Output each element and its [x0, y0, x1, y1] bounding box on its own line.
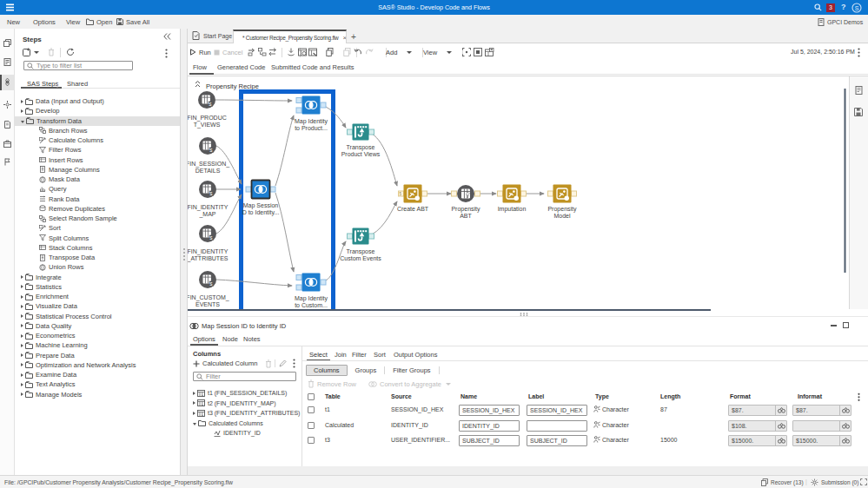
svg-text:Model: Model: [553, 213, 571, 219]
svg-text:D to Identity...: D to Identity...: [242, 209, 280, 216]
svg-text:ABT: ABT: [460, 213, 472, 219]
svg-text:FIN_SESSION_: FIN_SESSION_: [188, 161, 229, 168]
svg-text:Map Session: Map Session: [243, 202, 279, 209]
svg-text:FIN_PRODUC: FIN_PRODUC: [188, 115, 227, 122]
svg-text:s: s: [202, 413, 203, 417]
svg-text:to Product...: to Product...: [295, 125, 328, 131]
svg-text:Map Identity: Map Identity: [295, 295, 328, 302]
svg-text:Transpose: Transpose: [347, 144, 375, 151]
svg-text:S: S: [855, 4, 859, 10]
svg-text:Map Identity: Map Identity: [295, 118, 328, 125]
svg-text:Transpose: Transpose: [347, 248, 375, 255]
svg-text:_ATTRIBUTES: _ATTRIBUTES: [188, 255, 229, 262]
svg-text:FIN_IDENTITY: FIN_IDENTITY: [188, 248, 229, 255]
svg-text:DETAILS: DETAILS: [195, 168, 221, 174]
svg-text:s: s: [202, 403, 203, 406]
svg-text:_MAP: _MAP: [198, 211, 215, 218]
svg-text:Create ABT: Create ABT: [397, 206, 429, 212]
svg-text:Propensity Recipe: Propensity Recipe: [206, 82, 259, 90]
svg-text:FIN_CUSTOM_: FIN_CUSTOM_: [188, 294, 229, 301]
svg-text:Imputation: Imputation: [498, 206, 527, 213]
svg-text:Propensity: Propensity: [451, 206, 480, 213]
svg-text:Custom Events: Custom Events: [340, 255, 381, 261]
svg-text:to Custom...: to Custom...: [295, 302, 328, 308]
svg-text:Propensity: Propensity: [547, 206, 577, 213]
svg-text:EVENTS: EVENTS: [195, 301, 220, 307]
svg-text:Product Views: Product Views: [341, 151, 381, 157]
svg-text:s: s: [202, 393, 203, 397]
svg-text:T_VIEWS: T_VIEWS: [194, 122, 221, 129]
svg-text:FIN_IDENTITY: FIN_IDENTITY: [188, 204, 229, 211]
